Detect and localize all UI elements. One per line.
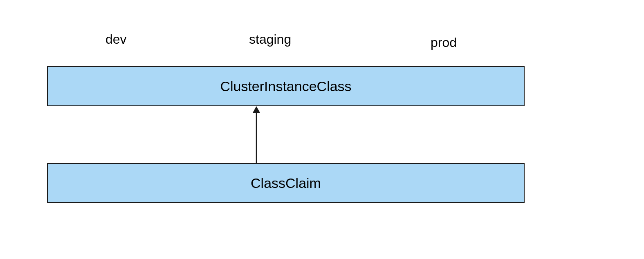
env-label-prod: prod [431, 35, 457, 50]
env-label-dev: dev [105, 32, 127, 47]
arrow-up-icon [250, 106, 263, 163]
cluster-instance-class-box: ClusterInstanceClass [47, 66, 525, 106]
env-label-staging: staging [249, 32, 291, 47]
box-top-label: ClusterInstanceClass [220, 78, 351, 94]
svg-marker-1 [253, 106, 260, 113]
box-bottom-label: ClassClaim [251, 175, 321, 191]
class-claim-box: ClassClaim [47, 163, 525, 203]
cluster-class-diagram: dev staging prod ClusterInstanceClass Cl… [0, 0, 644, 259]
